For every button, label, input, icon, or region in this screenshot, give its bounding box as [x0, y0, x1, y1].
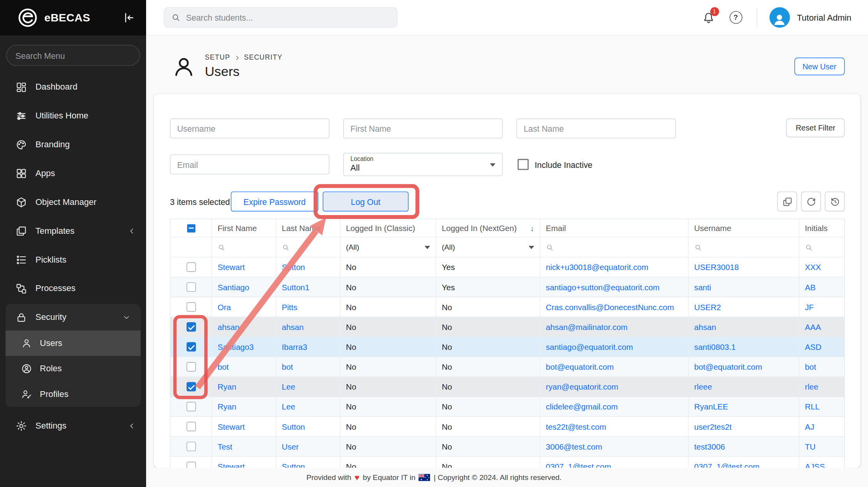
cell-email[interactable]: ahsan@mailinator.com: [540, 317, 689, 337]
sidebar-item-processes[interactable]: Processes: [0, 274, 146, 303]
notifications-button[interactable]: 1: [702, 11, 715, 24]
cell-email[interactable]: clidelee@gmail.com: [540, 397, 689, 416]
refresh-button[interactable]: [801, 192, 821, 212]
column-header-logged-in-classic[interactable]: Logged In (Classic): [340, 219, 436, 237]
table-row[interactable]: Stewart Sutton No No tes22t@test.com use…: [171, 417, 844, 437]
cell-username[interactable]: USER30018: [689, 258, 799, 277]
sidebar-item-roles[interactable]: Roles: [5, 356, 141, 381]
last-name-filter-input[interactable]: [517, 118, 676, 138]
table-row[interactable]: Stewart Sutton No Yes nick+u30018@equato…: [171, 258, 844, 277]
sidebar-item-object-manager[interactable]: Object Manager: [0, 188, 146, 217]
cell-initials[interactable]: TU: [799, 437, 845, 456]
breadcrumb-setup[interactable]: SETUP: [205, 54, 230, 62]
cell-first-name[interactable]: Santiago3: [212, 337, 276, 356]
cell-initials[interactable]: rlee: [799, 377, 845, 397]
table-row[interactable]: Ora Pitts No No Cras.convallis@DonecestN…: [171, 297, 844, 317]
cell-first-name[interactable]: ahsan: [212, 317, 276, 337]
sidebar-item-picklists[interactable]: Picklists: [0, 245, 146, 274]
sidebar-item-users[interactable]: Users: [5, 330, 141, 356]
location-select[interactable]: Location All: [343, 153, 503, 176]
sidebar-item-dashboard[interactable]: Dashboard: [0, 72, 146, 101]
cell-last-name[interactable]: Sutton1: [276, 277, 340, 297]
row-checkbox[interactable]: [186, 342, 196, 351]
cell-last-name[interactable]: Sutton: [276, 417, 340, 436]
row-checkbox[interactable]: [186, 422, 196, 431]
cell-username[interactable]: user2tes2t: [689, 417, 799, 436]
cell-initials[interactable]: RLL: [799, 397, 845, 416]
row-checkbox[interactable]: [186, 302, 196, 312]
cell-username[interactable]: santi0803.1: [689, 337, 799, 356]
logged-in-classic-filter-dropdown[interactable]: (All): [340, 238, 436, 257]
cell-last-name[interactable]: Sutton: [276, 457, 340, 468]
cell-initials[interactable]: bot: [799, 357, 845, 376]
cell-email[interactable]: ryan@equatorit.com: [540, 377, 689, 397]
cell-initials[interactable]: XXX: [799, 258, 845, 277]
include-inactive-checkbox[interactable]: [518, 159, 529, 170]
cell-initials[interactable]: ASD: [799, 337, 845, 356]
row-checkbox[interactable]: [186, 322, 196, 332]
reset-filter-button[interactable]: Reset Filter: [786, 118, 845, 137]
cell-first-name[interactable]: Stewart: [212, 258, 276, 277]
initials-column-filter[interactable]: [799, 238, 845, 257]
cell-username[interactable]: ahsan: [689, 317, 799, 337]
cell-first-name[interactable]: Stewart: [212, 457, 276, 468]
sidebar-item-branding[interactable]: Branding: [0, 130, 146, 159]
sidebar-item-templates[interactable]: Templates: [0, 217, 146, 245]
expire-password-button[interactable]: Expire Password: [231, 192, 319, 212]
last-name-column-filter[interactable]: [276, 238, 340, 257]
email-column-filter[interactable]: [540, 238, 689, 257]
cell-email[interactable]: 0307_1@test.com: [540, 457, 689, 468]
cell-first-name[interactable]: Ryan: [212, 397, 276, 416]
username-column-filter[interactable]: [689, 238, 799, 257]
table-row[interactable]: Ryan Lee No No clidelee@gmail.com RyanLE…: [171, 397, 844, 417]
help-button[interactable]: ?: [729, 11, 742, 24]
cell-username[interactable]: rleee: [689, 377, 799, 397]
row-checkbox[interactable]: [186, 402, 196, 411]
cell-last-name[interactable]: ahsan: [276, 317, 340, 337]
cell-first-name[interactable]: bot: [212, 357, 276, 376]
user-avatar[interactable]: [769, 7, 790, 28]
cell-first-name[interactable]: Santiago: [212, 277, 276, 297]
email-filter-input[interactable]: [170, 154, 329, 174]
sidebar-item-security[interactable]: Security: [5, 304, 141, 330]
cell-email[interactable]: santiago+sutton@equatorit.com: [540, 277, 689, 297]
cell-email[interactable]: nick+u30018@equatorit.com: [540, 258, 689, 277]
cell-username[interactable]: santi: [689, 277, 799, 297]
cell-email[interactable]: santiago@equatorit.com: [540, 337, 689, 356]
cell-initials[interactable]: AJ: [799, 417, 845, 436]
logout-button[interactable]: Log Out: [323, 192, 408, 212]
sidebar-item-profiles[interactable]: Profiles: [5, 381, 141, 407]
cell-initials[interactable]: AJSS: [799, 457, 845, 468]
breadcrumb-security[interactable]: SECURITY: [244, 54, 282, 62]
cell-initials[interactable]: AB: [799, 277, 845, 297]
history-button[interactable]: [825, 192, 845, 212]
cell-username[interactable]: 0307_1@test.com: [689, 457, 799, 468]
cell-last-name[interactable]: Sutton: [276, 258, 340, 277]
row-checkbox[interactable]: [186, 282, 196, 292]
row-checkbox[interactable]: [186, 382, 196, 391]
cell-last-name[interactable]: Pitts: [276, 297, 340, 317]
username-filter-input[interactable]: [170, 118, 329, 138]
logged-in-nextgen-filter-dropdown[interactable]: (All): [436, 238, 540, 257]
cell-initials[interactable]: JF: [799, 297, 845, 317]
table-row[interactable]: Santiago Sutton1 No Yes santiago+sutton@…: [171, 277, 844, 297]
sidebar-item-utilities-home[interactable]: Utilities Home: [0, 101, 146, 130]
column-header-initials[interactable]: Initials: [799, 219, 845, 237]
cell-username[interactable]: test3006: [689, 437, 799, 456]
table-row[interactable]: bot bot No No bot@equatorit.com bot@equa…: [171, 357, 844, 377]
cell-last-name[interactable]: Ibarra3: [276, 337, 340, 356]
row-checkbox[interactable]: [186, 263, 196, 272]
row-checkbox[interactable]: [186, 442, 196, 451]
sidebar-item-settings[interactable]: Settings: [0, 411, 146, 440]
include-inactive-toggle[interactable]: Include Inactive: [518, 159, 593, 170]
sidebar-item-apps[interactable]: Apps: [0, 159, 146, 188]
table-row[interactable]: Ryan Lee No No ryan@equatorit.com rleee …: [171, 377, 844, 397]
cell-first-name[interactable]: Test: [212, 437, 276, 456]
cell-initials[interactable]: AAA: [799, 317, 845, 337]
first-name-filter-input[interactable]: [343, 118, 503, 138]
cell-email[interactable]: Cras.convallis@DonecestNunc.com: [540, 297, 689, 317]
table-row[interactable]: ahsan ahsan No No ahsan@mailinator.com a…: [171, 317, 844, 337]
table-row[interactable]: Test User No No 3006@test.com test3006 T…: [171, 437, 844, 457]
table-row[interactable]: Santiago3 Ibarra3 No No santiago@equator…: [171, 337, 844, 357]
new-user-button[interactable]: New User: [794, 58, 845, 75]
